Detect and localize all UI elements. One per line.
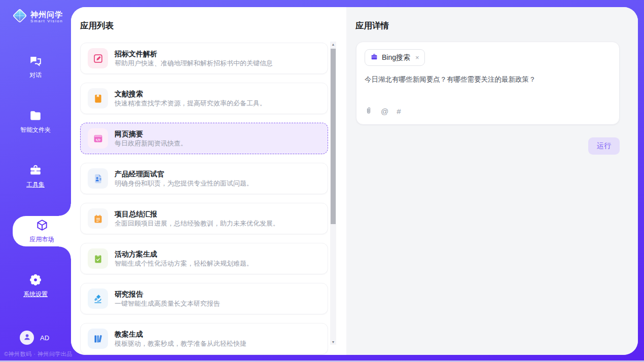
sidebar-item-label: 对话 <box>29 71 42 80</box>
logo: 神州问学 Smart Vision <box>12 8 63 25</box>
user-name: AD <box>40 334 49 342</box>
cube-icon <box>35 219 49 232</box>
app-card-title: 研究报告 <box>115 291 220 298</box>
user-account[interactable]: AD <box>20 331 49 345</box>
app-list-panel: 应用列表 招标文件解析帮助用户快速、准确地理解和解析招标书中的关键信息文献搜索快… <box>71 7 346 355</box>
sidebar-item-label: 系统设置 <box>23 290 48 299</box>
browser-code-icon <box>88 128 108 149</box>
app-card-title: 文献搜索 <box>115 90 266 98</box>
app-card-title: 教案生成 <box>115 331 246 338</box>
person-icon <box>23 333 31 343</box>
query-text-input[interactable]: 今日湖北有哪些新闻要点？有哪些需要关注的最新政策？ <box>365 75 611 106</box>
app-list-title: 应用列表 <box>80 20 114 31</box>
app-card-description: 快速精准查找学术资源，提高研究效率的必备工具。 <box>115 100 266 107</box>
microscope-icon <box>88 288 108 309</box>
scroll-down-icon[interactable]: ▼ <box>330 340 336 344</box>
app-card-title: 活动方案生成 <box>115 250 253 258</box>
sidebar-item-app-market[interactable]: 应用市场 <box>13 216 71 246</box>
app-card-description: 一键智能生成高质量长文本研究报告 <box>115 300 220 307</box>
calendar-note-icon <box>88 208 108 229</box>
pen-square-icon <box>88 48 108 68</box>
scrollbar[interactable]: ▲ ▼ <box>330 42 336 345</box>
chat-icon <box>29 54 42 67</box>
book-icon <box>88 88 108 108</box>
app-card[interactable]: 研究报告一键智能生成高质量长文本研究报告 <box>80 283 328 314</box>
prompt-input-card: Bing搜索 × 今日湖北有哪些新闻要点？有哪些需要关注的最新政策？ @ # <box>356 42 620 125</box>
sidebar-item-smart-folder[interactable]: 智能文件夹 <box>0 107 71 136</box>
app-cards-list: 招标文件解析帮助用户快速、准确地理解和解析招标书中的关键信息文献搜索快速精准查找… <box>80 43 328 355</box>
chip-close-icon[interactable]: × <box>415 54 419 61</box>
copyright-text: ©神州数码 · 神州问学出品 <box>4 350 73 358</box>
app-card[interactable]: 活动方案生成智能生成个性化活动方案，轻松解决规划难题。 <box>80 243 328 274</box>
logo-subtitle: Smart Vision <box>30 19 63 23</box>
scrollbar-thumb[interactable] <box>331 49 336 224</box>
clipboard-check-icon <box>88 248 108 269</box>
app-card[interactable]: 教案生成模板驱动，教案秒成，教学准备从此轻松快捷 <box>80 323 328 354</box>
app-card-description: 模板驱动，教案秒成，教学准备从此轻松快捷 <box>115 340 246 347</box>
sidebar-nav: 对话智能文件夹工具集应用市场系统设置 <box>0 53 71 300</box>
app-card[interactable]: 文献搜索快速精准查找学术资源，提高研究效率的必备工具。 <box>80 83 328 114</box>
run-button[interactable]: 运行 <box>588 137 620 155</box>
app-card[interactable]: 项目总结汇报全面回顾项目进展，总结经验教训，助力未来优化发展。 <box>80 203 328 234</box>
attachment-icon[interactable] <box>365 106 373 116</box>
app-card-description: 帮助用户快速、准确地理解和解析招标书中的关键信息 <box>115 60 273 67</box>
app-card-title: 招标文件解析 <box>115 50 273 58</box>
topic-icon[interactable]: # <box>397 107 401 116</box>
sidebar: 神州问学 Smart Vision 对话智能文件夹工具集应用市场系统设置 AD … <box>0 0 71 362</box>
app-card[interactable]: 产品经理面试官明确身份和职责，为您提供专业性的面试问题。 <box>80 163 328 194</box>
avatar <box>20 331 34 345</box>
sidebar-item-chat[interactable]: 对话 <box>0 53 71 81</box>
sidebar-item-toolset[interactable]: 工具集 <box>0 162 71 191</box>
books-icon <box>88 329 108 349</box>
app-card-title: 产品经理面试官 <box>115 170 253 178</box>
toolbox-icon <box>29 164 42 177</box>
input-toolbar: @ # <box>365 106 611 117</box>
sidebar-item-label: 应用市场 <box>30 235 54 244</box>
diamond-logo-icon <box>12 8 27 25</box>
app-card-title: 网页摘要 <box>115 130 187 138</box>
app-card-description: 每日政府新闻资讯快查。 <box>115 140 187 147</box>
logo-title: 神州问学 <box>30 10 63 19</box>
sidebar-item-settings[interactable]: 系统设置 <box>0 272 71 300</box>
app-card-description: 明确身份和职责，为您提供专业性的面试问题。 <box>115 180 253 187</box>
mention-icon[interactable]: @ <box>381 107 388 116</box>
app-card[interactable]: 网页摘要每日政府新闻资讯快查。 <box>80 123 328 154</box>
app-card-description: 全面回顾项目进展，总结经验教训，助力未来优化发展。 <box>115 220 279 227</box>
resume-icon <box>88 168 108 189</box>
scroll-up-icon[interactable]: ▲ <box>330 43 336 46</box>
briefcase-icon <box>370 53 378 62</box>
app-detail-title: 应用详情 <box>355 20 389 31</box>
app-card-description: 智能生成个性化活动方案，轻松解决规划难题。 <box>115 260 253 267</box>
app-card[interactable]: 招标文件解析帮助用户快速、准确地理解和解析招标书中的关键信息 <box>80 43 328 74</box>
folder-icon <box>29 109 42 122</box>
gear-icon <box>29 273 42 286</box>
sidebar-item-label: 智能文件夹 <box>20 126 51 134</box>
sidebar-item-label: 工具集 <box>26 180 45 189</box>
tool-chip-label: Bing搜索 <box>382 53 410 62</box>
app-detail-panel: 应用详情 Bing搜索 × 今日湖北有哪些新闻要点？有哪些需要关注的最新政策？ … <box>346 7 638 355</box>
tool-chip-bing-search[interactable]: Bing搜索 × <box>365 49 425 66</box>
app-card-title: 项目总结汇报 <box>115 210 279 218</box>
main-container: 应用列表 招标文件解析帮助用户快速、准确地理解和解析招标书中的关键信息文献搜索快… <box>71 7 638 355</box>
